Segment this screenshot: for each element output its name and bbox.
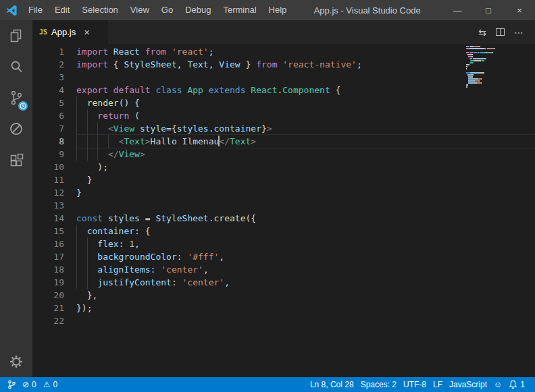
line-number[interactable]: 6 (32, 109, 64, 122)
line-number[interactable]: 18 (32, 263, 64, 276)
code-line-5[interactable]: 5 render() { (32, 96, 535, 109)
line-text[interactable]: <Text>Hallo Ilmenau</Text> (76, 135, 535, 148)
maximize-icon: □ (486, 5, 491, 16)
code-line-9[interactable]: 9 </View> (32, 148, 535, 161)
code-line-1[interactable]: 1import React from 'react'; (32, 45, 535, 58)
line-text[interactable]: }); (76, 302, 535, 314)
code-line-13[interactable]: 13 (32, 199, 535, 212)
line-number[interactable]: 4 (32, 84, 64, 96)
line-text[interactable] (76, 314, 535, 327)
line-number[interactable]: 16 (32, 237, 64, 250)
smiley-icon: ☺ (494, 381, 502, 389)
split-editor-icon[interactable] (491, 26, 509, 38)
line-number[interactable]: 7 (32, 122, 64, 135)
line-number[interactable]: 19 (32, 276, 64, 289)
line-number[interactable]: 13 (32, 199, 64, 212)
minimap[interactable] (466, 46, 505, 90)
line-text[interactable]: render() { (76, 96, 535, 109)
cursor-position-item[interactable]: Ln 8, Col 28 (307, 377, 357, 392)
code-line-20[interactable]: 20 }, (32, 289, 535, 302)
menu-view[interactable]: View (124, 0, 155, 20)
line-text[interactable]: ); (76, 161, 535, 173)
menu-bar: FileEditSelectionViewGoDebugTerminalHelp (22, 0, 292, 20)
line-text[interactable]: alignItems: 'center', (76, 263, 535, 276)
code-line-18[interactable]: 18 alignItems: 'center', (32, 263, 535, 276)
language-mode-item[interactable]: JavaScript (446, 377, 490, 392)
notifications-item[interactable]: 1 (505, 377, 528, 392)
line-number[interactable]: 1 (32, 45, 64, 58)
line-number[interactable]: 21 (32, 302, 64, 314)
manage-button[interactable] (0, 346, 32, 377)
code-line-7[interactable]: 7 <View style={styles.container}> (32, 122, 535, 135)
menu-terminal[interactable]: Terminal (217, 0, 262, 20)
line-text[interactable]: } (76, 173, 535, 186)
code-line-6[interactable]: 6 return ( (32, 109, 535, 122)
menu-go[interactable]: Go (155, 0, 179, 20)
code-line-2[interactable]: 2import { StyleSheet, Text, View } from … (32, 58, 535, 71)
line-text[interactable]: flex: 1, (76, 237, 535, 250)
code-line-19[interactable]: 19 justifyContent: 'center', (32, 276, 535, 289)
line-text[interactable]: const styles = StyleSheet.create({ (76, 212, 535, 225)
eol-item[interactable]: LF (430, 377, 446, 392)
encoding-item[interactable]: UTF-8 (400, 377, 430, 392)
code-line-12[interactable]: 12} (32, 186, 535, 199)
minimize-button[interactable]: — (442, 0, 473, 20)
sidebar-item-debug[interactable] (0, 113, 32, 144)
code-line-8[interactable]: 8 <Text>Hallo Ilmenau</Text> (32, 135, 535, 148)
errors-item[interactable]: ⊘ 0 (19, 377, 40, 392)
git-branch-item[interactable] (4, 377, 19, 392)
line-text[interactable]: } (76, 186, 535, 199)
code-line-11[interactable]: 11 } (32, 173, 535, 186)
line-text[interactable]: container: { (76, 225, 535, 237)
line-number[interactable]: 12 (32, 186, 64, 199)
sidebar-item-search[interactable] (0, 51, 32, 82)
clock-icon (20, 103, 26, 109)
search-icon (8, 59, 24, 75)
line-number[interactable]: 15 (32, 225, 64, 237)
line-number[interactable]: 3 (32, 71, 64, 84)
line-text[interactable] (76, 199, 535, 212)
line-number[interactable]: 20 (32, 289, 64, 302)
code-line-17[interactable]: 17 backgroundColor: '#fff', (32, 250, 535, 263)
line-number[interactable]: 22 (32, 314, 64, 327)
menu-debug[interactable]: Debug (179, 0, 217, 20)
line-text[interactable]: </View> (76, 148, 535, 161)
indentation-item[interactable]: Spaces: 2 (357, 377, 400, 392)
sidebar-item-extensions[interactable] (0, 144, 32, 175)
line-number[interactable]: 9 (32, 148, 64, 161)
code-line-10[interactable]: 10 ); (32, 161, 535, 173)
maximize-button[interactable]: □ (473, 0, 504, 20)
line-number[interactable]: 10 (32, 161, 64, 173)
tab-app-js[interactable]: JS App.js × (32, 20, 108, 44)
code-line-3[interactable]: 3 (32, 71, 535, 84)
sidebar-item-source-control[interactable] (0, 82, 32, 113)
feedback-item[interactable]: ☺ (490, 377, 505, 392)
code-line-14[interactable]: 14const styles = StyleSheet.create({ (32, 212, 535, 225)
line-text[interactable]: backgroundColor: '#fff', (76, 250, 535, 263)
line-number[interactable]: 5 (32, 96, 64, 109)
code-line-15[interactable]: 15 container: { (32, 225, 535, 237)
code-line-16[interactable]: 16 flex: 1, (32, 237, 535, 250)
close-button[interactable]: × (504, 0, 535, 20)
line-text[interactable]: justifyContent: 'center', (76, 276, 535, 289)
code-line-4[interactable]: 4export default class App extends React.… (32, 84, 535, 96)
line-number[interactable]: 2 (32, 58, 64, 71)
line-text[interactable]: }, (76, 289, 535, 302)
line-text[interactable]: <View style={styles.container}> (76, 122, 535, 135)
warnings-item[interactable]: ⚠ 0 (40, 377, 61, 392)
menu-selection[interactable]: Selection (76, 0, 124, 20)
tab-close-icon[interactable]: × (84, 27, 90, 37)
line-number[interactable]: 11 (32, 173, 64, 186)
line-number[interactable]: 8 (32, 135, 64, 148)
menu-edit[interactable]: Edit (49, 0, 76, 20)
code-line-22[interactable]: 22 (32, 314, 535, 327)
line-number[interactable]: 14 (32, 212, 64, 225)
open-changes-icon[interactable]: ⇆ (474, 25, 491, 40)
code-line-21[interactable]: 21}); (32, 302, 535, 314)
sidebar-item-explorer[interactable] (0, 20, 32, 51)
menu-help[interactable]: Help (263, 0, 293, 20)
more-actions-icon[interactable]: ⋯ (509, 25, 528, 40)
menu-file[interactable]: File (22, 0, 49, 20)
line-text[interactable]: return ( (76, 109, 535, 122)
line-number[interactable]: 17 (32, 250, 64, 263)
